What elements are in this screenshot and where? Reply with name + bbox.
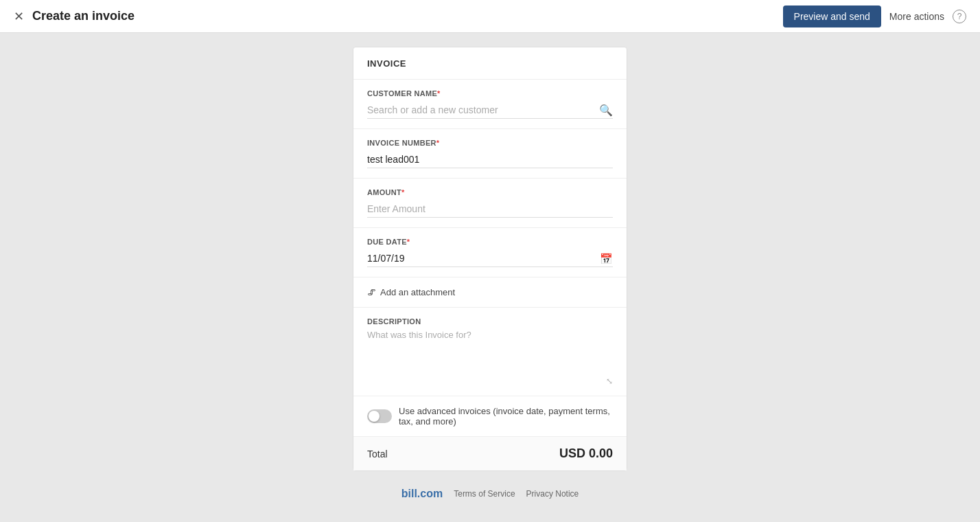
resize-handle: ⤡ <box>367 376 613 386</box>
advanced-toggle[interactable] <box>367 409 392 423</box>
terms-of-service-link[interactable]: Terms of Service <box>454 489 515 499</box>
page-title: Create an invoice <box>32 9 135 23</box>
amount-label: AMOUNT* <box>367 188 613 196</box>
invoice-section-title: INVOICE <box>367 58 406 69</box>
invoice-card: INVOICE CUSTOMER NAME* 🔍 INVOICE NUMBER* <box>353 47 627 471</box>
top-bar: ✕ Create an invoice Preview and send Mor… <box>0 0 980 33</box>
total-value: USD 0.00 <box>559 446 613 461</box>
customer-name-label: CUSTOMER NAME* <box>367 89 613 98</box>
invoice-header: INVOICE <box>353 47 627 80</box>
main-content: INVOICE CUSTOMER NAME* 🔍 INVOICE NUMBER* <box>0 33 980 522</box>
invoice-number-input-wrapper <box>367 151 613 168</box>
paperclip-icon: 🖇 <box>367 287 376 297</box>
toggle-track[interactable] <box>367 409 392 423</box>
total-label: Total <box>367 449 388 459</box>
advanced-toggle-section: Use advanced invoices (invoice date, pay… <box>353 396 627 437</box>
due-date-input-wrapper: 📅 <box>367 250 613 267</box>
amount-input-wrapper <box>367 201 613 218</box>
toggle-thumb <box>369 411 380 422</box>
description-label: DESCRIPTION <box>367 317 613 326</box>
description-input[interactable] <box>367 330 613 371</box>
footer: bill.com Terms of Service Privacy Notice <box>396 482 585 506</box>
attachment-label: Add an attachment <box>380 287 455 297</box>
brand-logo: bill.com <box>401 488 443 500</box>
amount-section: AMOUNT* <box>353 179 627 228</box>
customer-name-section: CUSTOMER NAME* 🔍 <box>353 80 627 129</box>
help-icon[interactable]: ? <box>953 10 966 23</box>
due-date-input[interactable] <box>367 250 613 267</box>
more-actions-button[interactable]: More actions <box>889 11 944 22</box>
top-bar-right: Preview and send More actions ? <box>783 5 966 27</box>
invoice-number-label: INVOICE NUMBER* <box>367 139 613 147</box>
preview-send-button[interactable]: Preview and send <box>783 5 881 27</box>
invoice-number-input[interactable] <box>367 151 613 168</box>
advanced-toggle-label: Use advanced invoices (invoice date, pay… <box>399 406 613 427</box>
close-button[interactable]: ✕ <box>14 9 24 24</box>
attachment-section[interactable]: 🖇 Add an attachment <box>353 277 627 308</box>
privacy-notice-link[interactable]: Privacy Notice <box>526 489 579 499</box>
customer-name-input-wrapper: 🔍 <box>367 102 613 119</box>
due-date-section: DUE DATE* 📅 <box>353 228 627 277</box>
invoice-number-section: INVOICE NUMBER* <box>353 129 627 179</box>
calendar-icon[interactable]: 📅 <box>600 253 613 265</box>
search-icon[interactable]: 🔍 <box>599 104 613 117</box>
description-section: DESCRIPTION ⤡ <box>353 308 627 396</box>
customer-name-input[interactable] <box>367 102 613 119</box>
amount-input[interactable] <box>367 201 613 218</box>
top-bar-left: ✕ Create an invoice <box>14 9 135 24</box>
total-section: Total USD 0.00 <box>353 437 627 470</box>
due-date-label: DUE DATE* <box>367 238 613 246</box>
